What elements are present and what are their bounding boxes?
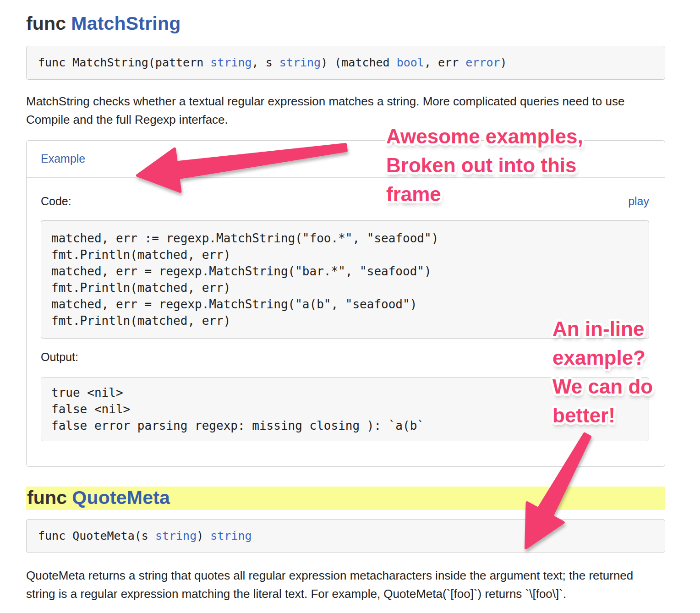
matchstring-heading-link[interactable]: MatchString — [71, 13, 180, 34]
example-body: Code: play matched, err := regexp.MatchS… — [27, 178, 665, 466]
example-header: Example — [27, 141, 665, 178]
quotemeta-signature: func QuoteMeta(s string) string — [38, 529, 252, 542]
example-output-block: true <nil>false <nil>false error parsing… — [41, 377, 649, 441]
code-label: Code: — [41, 195, 71, 208]
func-keyword: func — [27, 487, 67, 508]
matchstring-description: MatchString checks whether a textual reg… — [26, 92, 665, 129]
matchstring-signature-box: func MatchString(pattern string, s strin… — [26, 46, 665, 80]
example-toggle-link[interactable]: Example — [41, 152, 85, 165]
quotemeta-description: QuoteMeta returns a string that quotes a… — [26, 566, 665, 603]
quotemeta-heading: funcQuoteMeta — [26, 487, 665, 510]
output-label: Output: — [41, 350, 649, 364]
quotemeta-heading-link[interactable]: QuoteMeta — [72, 487, 170, 508]
example-frame: Example Code: play matched, err := regex… — [26, 140, 665, 467]
doc-page: funcMatchString func MatchString(pattern… — [26, 0, 665, 603]
func-keyword: func — [26, 13, 66, 34]
play-link[interactable]: play — [628, 195, 649, 208]
example-code-row: Code: play — [41, 195, 649, 208]
matchstring-signature: func MatchString(pattern string, s strin… — [38, 56, 507, 69]
matchstring-heading: funcMatchString — [26, 13, 665, 34]
quotemeta-signature-box: func QuoteMeta(s string) string — [26, 519, 665, 553]
example-code-block: matched, err := regexp.MatchString("foo.… — [41, 220, 649, 339]
